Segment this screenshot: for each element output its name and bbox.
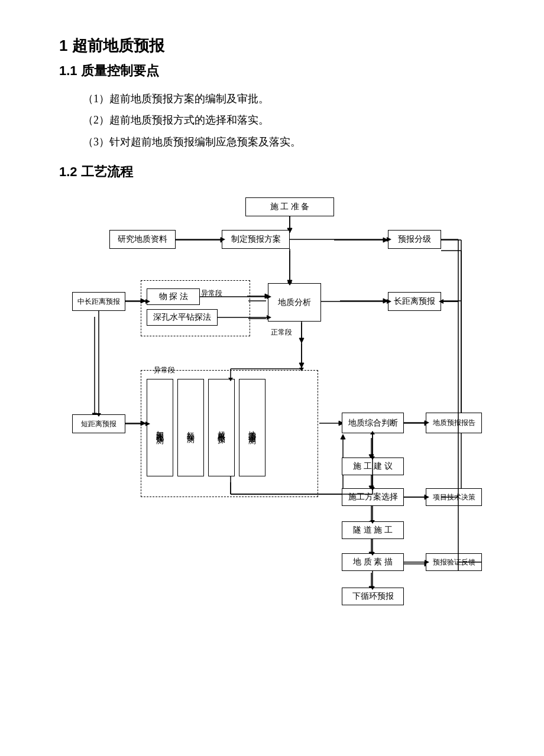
svg-marker-11 [383,298,388,303]
box-shenkon: 深孔水平钻探法 [147,309,218,326]
box-dizhi-leida: 地质雷达探测 [239,379,265,476]
section-1-title: 1 超前地质预报 [59,35,497,56]
box-xia-xunhuan: 下循环预报 [342,588,404,605]
item-1: （1）超前地质预报方案的编制及审批。 [83,89,497,108]
box-dizhi-sumiao: 地 质 素 描 [342,553,404,571]
box-xiangmu-juece: 项目技术决策 [426,488,482,506]
label-yichang-1: 异常段 [201,288,222,298]
box-yubao-yanzheng: 预报验证反馈 [426,553,482,571]
svg-marker-5 [383,238,388,242]
box-duan-yubao: 短距离预报 [72,414,125,433]
item-3: （3）针对超前地质预报编制应急预案及落实。 [83,132,497,151]
box-dizhi-yubao-baogao: 地质预报报告 [426,413,482,433]
item-2: （2）超前地质预报方式的选择和落实。 [83,111,497,129]
label-zhengchang: 正常段 [271,327,292,338]
box-dizhi-zonghe: 地质综合判断 [342,413,404,433]
box-shigong-xuanze: 施工方案选择 [342,488,404,506]
svg-marker-47 [299,363,304,368]
subsection-1-1-title: 1.1 质量控制要点 [59,62,497,80]
box-shigong-zhunbei: 施 工 准 备 [245,197,334,216]
box-wu-tan-fa: 物 探 法 [147,288,200,305]
flowchart: 施 工 准 备 研究地质资料 制定预报方案 预报分级 中长距离预报 物 探 法 … [71,193,485,677]
svg-marker-13 [299,338,304,343]
box-jiashen-paokong: 加深炮孔探测 [147,379,173,476]
box-dizhi-fenxi: 地质分析 [268,283,321,322]
svg-marker-51 [341,434,345,439]
box-chaoqian-shuiping: 超前水平钻探 [208,379,235,476]
subsection-1-2-title: 1.2 工艺流程 [59,163,497,181]
box-zhongchang-yubao: 中长距离预报 [72,292,125,311]
box-chang-yubao: 长距离预报 [388,292,441,311]
box-yanjiu-dizhi: 研究地质资料 [109,230,176,249]
box-suidao-shigong: 隧 道 施 工 [342,521,404,539]
box-shigong-jianyi: 施 工 建 议 [342,458,404,475]
box-hongwai-tance: 红外探测 [177,379,204,476]
box-zhiding-fangan: 制定预报方案 [222,230,290,249]
box-yubao-fenji: 预报分级 [388,230,441,249]
